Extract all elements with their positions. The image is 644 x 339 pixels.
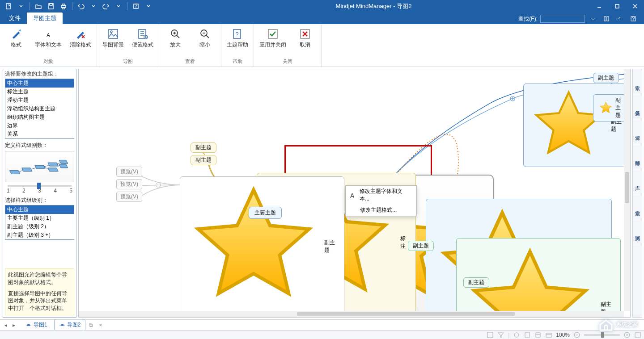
help-qa-dropdown[interactable] (143, 1, 154, 12)
list-item[interactable]: 浮动组织结构图主题 (5, 105, 74, 113)
ribbon-help-button[interactable]: ? (628, 14, 639, 23)
slider-thumb[interactable] (37, 183, 41, 189)
floating-topic[interactable]: 副主题 (180, 176, 344, 317)
taskpane-tab[interactable]: 浏览器 (633, 219, 642, 244)
status-icon[interactable] (545, 331, 552, 339)
taskpane-tab[interactable]: 资源 (633, 119, 642, 144)
list-item[interactable]: 浮动主题 (5, 96, 74, 105)
save-button[interactable] (45, 1, 57, 12)
list-item[interactable]: 中心主题 (5, 79, 74, 88)
menu-item-font-text[interactable]: A 修改主题字体和文本... (346, 186, 416, 205)
new-doc-dropdown[interactable] (15, 1, 27, 12)
tab-next-button[interactable]: ▸ (13, 322, 19, 328)
apply-close-button[interactable]: 应用并关闭 (258, 26, 288, 48)
svg-marker-27 (35, 165, 45, 169)
sub-topic[interactable]: 副主题 (593, 73, 619, 83)
style-level-list[interactable]: 中心主题 主要主题（级别 1） 副主题（级别 2） 副主题（级别 3 +） (5, 205, 74, 240)
info-box: 此视图允许您编辑每个导图对象的默认格式。 直接选择导图中的任何导图对象，并从弹出… (5, 268, 74, 315)
level-header: 定义样式级别数： (3, 141, 76, 150)
cancel-button[interactable]: 取消 (292, 26, 318, 48)
map-background-button[interactable]: 导图背景 (101, 26, 126, 48)
canvas-container: 中心主题 标注 副主题 副主题 副主题 预览(V) 预览(V) 预览(V) 主要… (78, 69, 631, 318)
redo-button[interactable] (100, 1, 112, 12)
help-qa-button[interactable]: ? (130, 1, 142, 12)
list-item[interactable]: 标注主题 (5, 88, 74, 96)
search-input[interactable] (540, 15, 585, 23)
maximize-button[interactable] (608, 0, 626, 13)
menu-item-format[interactable]: 修改主题格式... (346, 205, 416, 216)
sub-topic[interactable]: 副主题 (463, 277, 489, 288)
undo-dropdown[interactable] (88, 1, 99, 12)
mindmap-canvas[interactable]: 中心主题 标注 副主题 副主题 副主题 预览(V) 预览(V) 预览(V) 主要… (79, 69, 630, 317)
font-text-button[interactable]: A 字体和文本 (33, 26, 64, 48)
format-button[interactable]: 格式 (4, 26, 29, 48)
ribbon-options-button[interactable] (601, 14, 612, 23)
doc-tab[interactable]: 导图1 (21, 320, 52, 330)
status-icon[interactable] (524, 331, 531, 339)
list-item[interactable]: 边界 (5, 121, 74, 130)
tab-close-button[interactable]: × (99, 322, 105, 328)
list-item[interactable]: 副主题（级别 2） (5, 222, 74, 231)
svg-rect-15 (109, 29, 118, 38)
zoom-in-button[interactable]: 放大 (163, 26, 188, 48)
quick-access-toolbar: ? (0, 1, 157, 12)
map-icon (59, 322, 65, 328)
theme-help-button[interactable]: ? 主题帮助 (225, 26, 250, 48)
level-slider[interactable]: 1 2 3 4 5 (6, 183, 73, 194)
status-icon[interactable] (513, 331, 520, 339)
minimize-button[interactable] (590, 0, 608, 13)
preview-stub[interactable]: 预览(V) (116, 192, 142, 202)
star-icon (186, 179, 322, 314)
scroll-thumb[interactable] (297, 312, 515, 316)
view-mode-icon[interactable] (487, 331, 494, 339)
zoom-in-status-button[interactable] (623, 331, 631, 339)
svg-text:?: ? (632, 16, 635, 22)
tab-prev-button[interactable]: ◂ (4, 322, 11, 328)
list-item[interactable]: 组织结构图主题 (5, 113, 74, 121)
scroll-thumb[interactable] (625, 172, 629, 203)
horizontal-scrollbar[interactable] (79, 311, 624, 317)
print-button[interactable] (58, 1, 69, 12)
svg-rect-40 (487, 332, 493, 338)
main-topic[interactable]: 主要主题 (249, 207, 282, 219)
svg-text:A: A (350, 193, 355, 199)
close-button[interactable] (626, 0, 644, 13)
taskpane-tab[interactable]: 索引 (633, 69, 642, 94)
list-item[interactable]: 关系 (5, 130, 74, 138)
zoom-out-button[interactable]: 缩小 (192, 26, 217, 48)
preview-stub[interactable]: 预览(V) (116, 167, 142, 177)
taskpane-tab[interactable]: 搜索 (633, 194, 642, 219)
svg-rect-2 (50, 4, 52, 5)
clear-format-button[interactable]: 清除格式 (68, 26, 93, 48)
taskpane-tab[interactable]: 任务信息 (633, 94, 642, 119)
zoom-out-status-button[interactable] (573, 331, 580, 339)
tab-map-theme[interactable]: 导图主题 (27, 13, 63, 24)
search-dropdown[interactable] (588, 14, 598, 23)
new-doc-button[interactable] (3, 1, 14, 12)
filter-icon[interactable] (497, 331, 504, 339)
list-item[interactable]: 中心主题 (5, 205, 74, 214)
svg-marker-31 (59, 164, 68, 168)
undo-button[interactable] (75, 1, 87, 12)
sub-topic[interactable]: 副主题 (191, 155, 216, 165)
open-button[interactable] (33, 1, 44, 12)
status-icon[interactable] (534, 331, 542, 339)
list-item[interactable]: 主要主题（级别 1） (5, 214, 74, 222)
fit-view-button[interactable] (634, 331, 641, 339)
theme-group-list[interactable]: 中心主题 标注主题 浮动主题 浮动组织结构图主题 组织结构图主题 边界 关系 (5, 79, 74, 139)
sub-topic[interactable]: 副主题 (191, 142, 216, 153)
redo-dropdown[interactable] (113, 1, 124, 12)
taskpane-tab[interactable]: 导图部件 (633, 144, 642, 169)
doc-tab[interactable]: 导图2 (54, 320, 86, 330)
list-item[interactable]: 副主题（级别 3 +） (5, 231, 74, 239)
vertical-scrollbar[interactable] (624, 69, 630, 311)
note-format-button[interactable]: 便笺格式 (130, 26, 155, 48)
svg-marker-25 (9, 171, 20, 174)
sub-topic[interactable]: 副主题 (408, 241, 434, 251)
taskpane-tab[interactable]: 库 (633, 169, 642, 194)
preview-stub[interactable]: 预览(V) (116, 179, 142, 189)
tab-popout-button[interactable]: ⧉ (89, 322, 95, 328)
minimize-ribbon-button[interactable] (614, 14, 625, 23)
tab-file[interactable]: 文件 (3, 13, 27, 24)
zoom-slider[interactable] (584, 334, 620, 336)
